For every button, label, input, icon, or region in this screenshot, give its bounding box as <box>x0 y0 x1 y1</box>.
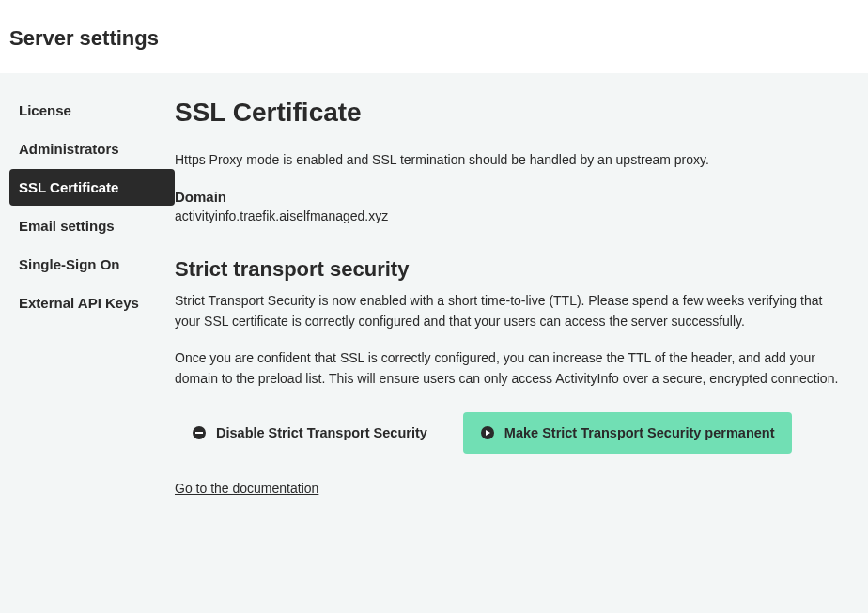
sidebar-item-administrators[interactable]: Administrators <box>9 131 175 167</box>
strict-transport-security-p1: Strict Transport Security is now enabled… <box>175 291 840 331</box>
minus-circle-icon <box>192 425 207 440</box>
sidebar-item-license[interactable]: License <box>9 92 175 129</box>
main-panel: SSL Certificate Https Proxy mode is enab… <box>175 92 851 594</box>
domain-value: activityinfo.traefik.aiselfmanaged.xyz <box>175 208 840 223</box>
strict-transport-security-p2: Once you are confident that SSL is corre… <box>175 348 840 389</box>
strict-transport-security-title: Strict transport security <box>175 257 840 282</box>
proxy-description: Https Proxy mode is enabled and SSL term… <box>175 150 840 170</box>
svg-rect-1 <box>195 432 203 434</box>
page-header-title: Server settings <box>9 26 859 51</box>
content: License Administrators SSL Certificate E… <box>0 73 868 613</box>
sidebar-item-single-sign-on[interactable]: Single-Sign On <box>9 246 175 283</box>
sidebar: License Administrators SSL Certificate E… <box>9 92 175 594</box>
disable-sts-button[interactable]: Disable Strict Transport Security <box>175 412 444 454</box>
domain-label: Domain <box>175 189 840 205</box>
page-title: SSL Certificate <box>175 98 840 128</box>
documentation-link[interactable]: Go to the documentation <box>175 481 318 496</box>
disable-sts-label: Disable Strict Transport Security <box>216 425 427 440</box>
header: Server settings <box>0 0 868 73</box>
sidebar-item-email-settings[interactable]: Email settings <box>9 208 175 244</box>
play-circle-icon <box>480 425 495 440</box>
make-sts-permanent-label: Make Strict Transport Security permanent <box>504 425 775 440</box>
sidebar-item-ssl-certificate[interactable]: SSL Certificate <box>9 169 175 206</box>
sidebar-item-external-api-keys[interactable]: External API Keys <box>9 284 175 321</box>
button-row: Disable Strict Transport Security Make S… <box>175 412 840 454</box>
make-sts-permanent-button[interactable]: Make Strict Transport Security permanent <box>463 412 792 454</box>
